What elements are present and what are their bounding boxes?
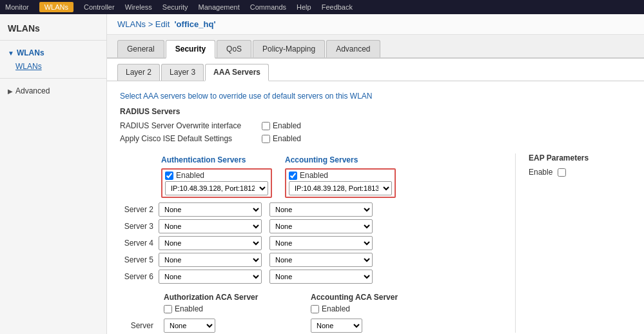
acct-servers-header: Accounting Servers (282, 153, 398, 166)
server-label: Server 2 (120, 205, 159, 214)
breadcrumb-name: 'office_hq' (175, 19, 216, 29)
acct-aca-server-select[interactable]: None (311, 319, 362, 333)
server1-acct-select[interactable]: IP:10.48.39.128, Port:1813 (289, 181, 392, 195)
ise-checkbox[interactable] (262, 135, 270, 143)
nav-wireless[interactable]: Wireless (125, 3, 152, 11)
auth-aca-server-select[interactable]: None (164, 319, 215, 333)
sidebar-group-wlans-label: WLANs (17, 48, 44, 57)
sub-tabs: Layer 2 Layer 3 AAA Servers (107, 59, 644, 81)
ise-enabled-text: Enabled (273, 134, 301, 143)
acct-enabled-label[interactable]: Enabled (289, 171, 392, 180)
server2-auth-select[interactable]: None (159, 202, 262, 217)
nav-management[interactable]: Management (199, 3, 240, 11)
nav-commands[interactable]: Commands (250, 3, 286, 11)
auth-aca-col: Authorization ACA Server Enabled (164, 293, 293, 316)
nav-security[interactable]: Security (162, 3, 188, 11)
acct-aca-checkbox[interactable] (311, 305, 319, 313)
acct-aca-enabled-text: Enabled (322, 304, 350, 313)
servers-main: Authentication Servers Accounting Server… (120, 153, 509, 333)
ise-label: Apply Cisco ISE Default Settings (120, 134, 262, 143)
wlans-arrow-icon: ▼ (8, 50, 14, 57)
nav-controller[interactable]: Controller (84, 3, 115, 11)
eap-title: EAP Parameters (529, 153, 631, 162)
table-row: Server 6NoneNone (120, 270, 509, 284)
nav-help[interactable]: Help (297, 3, 311, 11)
sidebar: WLANs ▼ WLANs WLANs ▶ Advanced (0, 14, 107, 334)
eap-enable-row: Enable (529, 168, 631, 177)
sidebar-item-wlans[interactable]: WLANs (0, 60, 106, 73)
main-layout: WLANs ▼ WLANs WLANs ▶ Advanced WLANs > E… (0, 14, 644, 334)
server3-auth-select[interactable]: None (159, 219, 262, 233)
subtab-layer2[interactable]: Layer 2 (117, 64, 160, 81)
sidebar-advanced-section: ▶ Advanced (0, 81, 106, 101)
tab-security[interactable]: Security (166, 40, 215, 59)
sidebar-advanced-label: Advanced (15, 86, 50, 95)
sidebar-group-wlans[interactable]: ▼ WLANs (0, 46, 106, 60)
info-text: Select AAA servers below to override use… (120, 92, 631, 101)
table-row: Server 3NoneNone (120, 219, 509, 233)
table-row: Server 5NoneNone (120, 253, 509, 267)
auth-aca-title: Authorization ACA Server (164, 293, 293, 302)
acct-aca-enabled-row: Enabled (311, 304, 440, 313)
tab-policy-mapping[interactable]: Policy-Mapping (253, 40, 325, 57)
table-row: Server 4NoneNone (120, 236, 509, 250)
server4-auth-select[interactable]: None (159, 236, 262, 250)
ise-enabled-label[interactable]: Enabled (262, 134, 301, 143)
subtab-aaa-servers[interactable]: AAA Servers (205, 64, 269, 81)
aca-section: Authorization ACA Server Enabled Account… (120, 293, 509, 333)
server5-auth-select[interactable]: None (159, 253, 262, 267)
nav-feedback[interactable]: Feedback (322, 3, 353, 11)
sidebar-divider2 (0, 78, 106, 79)
tab-qos[interactable]: QoS (217, 40, 251, 57)
advanced-arrow-icon: ▶ (8, 88, 13, 95)
server-label-aca: Server (120, 321, 159, 330)
sidebar-title: WLANs (0, 19, 106, 37)
enabled-checkboxes-row: Enabled IP:10.48.39.128, Port:1812 (120, 166, 398, 200)
table-row: Server 2NoneNone (120, 202, 509, 217)
auth-enabled-label[interactable]: Enabled (165, 171, 268, 180)
acct-aca-col: Accounting ACA Server Enabled (311, 293, 440, 316)
eap-panel: EAP Parameters Enable (515, 153, 631, 333)
server-label: Server 3 (120, 222, 159, 231)
overwrite-enabled-text: Enabled (273, 121, 301, 130)
overwrite-enabled-label[interactable]: Enabled (262, 121, 301, 130)
server5-acct-select[interactable]: None (269, 253, 373, 267)
acct-enabled-checkbox[interactable] (289, 172, 297, 180)
server1-auth-select[interactable]: IP:10.48.39.128, Port:1812 (165, 181, 268, 195)
tab-advanced[interactable]: Advanced (326, 40, 380, 57)
top-bar: Monitor WLANs Controller Wireless Securi… (0, 0, 644, 14)
sidebar-wlans-section: ▼ WLANs WLANs (0, 43, 106, 75)
nav-wlans[interactable]: WLANs (39, 2, 73, 12)
auth-enabled-checkbox[interactable] (165, 172, 173, 180)
auth-aca-enabled-text: Enabled (175, 304, 203, 313)
overwrite-checkbox[interactable] (262, 122, 270, 130)
sidebar-group-advanced[interactable]: ▶ Advanced (0, 84, 106, 98)
acct-enabled-text: Enabled (300, 171, 328, 180)
breadcrumb: WLANs > Edit 'office_hq' (107, 14, 644, 35)
main-tabs: General Security QoS Policy-Mapping Adva… (107, 35, 644, 59)
nav-monitor[interactable]: Monitor (5, 3, 29, 11)
eap-enable-label: Enable (529, 168, 552, 177)
server6-auth-select[interactable]: None (159, 270, 262, 284)
server2-acct-select[interactable]: None (269, 202, 373, 217)
overwrite-label: RADIUS Server Overwrite interface (120, 121, 262, 130)
auth-enabled-text: Enabled (176, 171, 204, 180)
overwrite-row: RADIUS Server Overwrite interface Enable… (120, 121, 631, 130)
server3-acct-select[interactable]: None (269, 219, 373, 233)
server-label: Server 6 (120, 272, 159, 281)
servers-table: Authentication Servers Accounting Server… (120, 153, 398, 200)
servers-layout: Authentication Servers Accounting Server… (120, 153, 631, 333)
server-label: Server 5 (120, 255, 159, 264)
server6-acct-select[interactable]: None (269, 270, 373, 284)
subtab-layer3[interactable]: Layer 3 (161, 64, 204, 81)
server4-acct-select[interactable]: None (269, 236, 373, 250)
tab-general[interactable]: General (117, 40, 164, 57)
auth-aca-checkbox[interactable] (164, 305, 172, 313)
radius-title: RADIUS Servers (120, 107, 631, 116)
auth-servers-header: Authentication Servers (159, 153, 275, 166)
sidebar-divider (0, 40, 106, 41)
content-body: Select AAA servers below to override use… (107, 81, 644, 334)
ise-row: Apply Cisco ISE Default Settings Enabled (120, 134, 631, 143)
eap-enable-checkbox[interactable] (558, 168, 566, 177)
content-area: WLANs > Edit 'office_hq' General Securit… (107, 14, 644, 334)
